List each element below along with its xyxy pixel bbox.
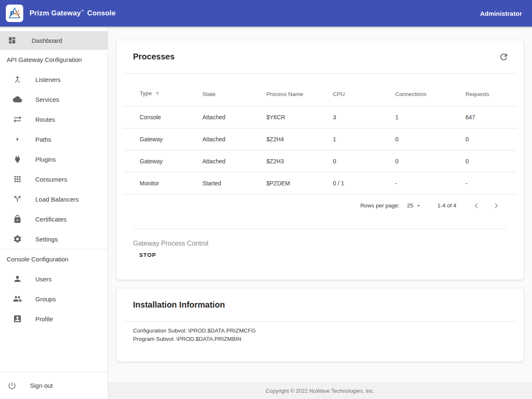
sidebar-item-label: Routes bbox=[35, 116, 55, 123]
table-row[interactable]: Monitor Started $PZDEM 0 / 1 - - bbox=[123, 172, 517, 195]
sidebar-item-routes[interactable]: Routes bbox=[0, 109, 108, 129]
plug-icon bbox=[12, 154, 22, 164]
program-subvol-line: Program Subvol: \PROD.$DATA.PRIZMBIN bbox=[133, 335, 507, 343]
column-header-process-name[interactable]: Process Name bbox=[266, 74, 333, 106]
copyright-footer: Copyright © 2022 NuWave Technologies, In… bbox=[108, 382, 532, 399]
sidebar-item-settings[interactable]: Settings bbox=[0, 229, 108, 249]
table-pagination: Rows per page: 25 1-4 of 4 bbox=[116, 195, 524, 217]
sidebar-nav: Dashboard API Gateway Configuration List… bbox=[0, 27, 108, 372]
arrow-right-icon bbox=[12, 134, 22, 144]
table-row[interactable]: Gateway Attached $Z2H3 0 0 0 bbox=[123, 150, 517, 172]
power-icon bbox=[7, 381, 17, 391]
sidebar-item-label: Settings bbox=[35, 236, 58, 243]
sidebar-item-label: Listeners bbox=[35, 76, 61, 83]
cell-state: Attached bbox=[202, 106, 266, 128]
sidebar-item-consumers[interactable]: Consumers bbox=[0, 169, 108, 189]
table-row[interactable]: Gateway Attached $Z2H4 1 0 0 bbox=[123, 128, 517, 150]
lock-icon bbox=[12, 214, 22, 224]
cell-requests: 0 bbox=[466, 150, 517, 172]
cell-type: Gateway bbox=[123, 150, 202, 172]
cell-process-name: $Z2H3 bbox=[266, 150, 333, 172]
column-header-requests[interactable]: Requests bbox=[466, 74, 517, 106]
sidebar-item-services[interactable]: Services bbox=[0, 89, 108, 109]
sidebar-item-load-balancers[interactable]: Load Balancers bbox=[0, 189, 108, 209]
configuration-subvol-line: Configuration Subvol: \PROD.$DATA.PRIZMC… bbox=[133, 327, 507, 335]
table-header-row: Type State Process Name CPU Connections … bbox=[123, 74, 517, 106]
next-page-button[interactable] bbox=[491, 201, 501, 211]
sidebar-item-label: Groups bbox=[35, 296, 56, 303]
trademark-symbol: ™ bbox=[81, 10, 84, 13]
rows-per-page-label: Rows per page: bbox=[360, 202, 400, 209]
sidebar-item-label: Services bbox=[35, 96, 59, 103]
cell-state: Attached bbox=[202, 128, 266, 150]
sidebar-item-certificates[interactable]: Certificates bbox=[0, 209, 108, 229]
swap-arrows-icon bbox=[12, 114, 22, 124]
cell-type: Console bbox=[123, 106, 202, 128]
processes-table: Type State Process Name CPU Connections … bbox=[123, 74, 517, 195]
table-row[interactable]: Console Attached $Y6CR 3 1 647 bbox=[123, 106, 517, 128]
cell-connections: 0 bbox=[395, 128, 466, 150]
person-icon bbox=[12, 274, 22, 284]
cell-type: Gateway bbox=[123, 128, 202, 150]
sidebar: Dashboard API Gateway Configuration List… bbox=[0, 27, 108, 399]
sidebar-item-label: Users bbox=[35, 276, 52, 283]
rows-per-page-select[interactable]: 25 bbox=[407, 202, 422, 209]
cell-requests: - bbox=[466, 172, 517, 195]
people-icon bbox=[12, 294, 22, 304]
sign-out-label: Sign out bbox=[30, 382, 53, 389]
cell-cpu: 0 / 1 bbox=[333, 172, 395, 195]
cell-requests: 647 bbox=[466, 106, 517, 128]
chevron-left-icon bbox=[471, 201, 481, 211]
main-content: Processes Type State Process Name C bbox=[108, 27, 532, 399]
cell-process-name: $Y6CR bbox=[266, 106, 333, 128]
sidebar-item-plugins[interactable]: Plugins bbox=[0, 149, 108, 169]
refresh-button[interactable] bbox=[496, 49, 511, 64]
cell-state: Attached bbox=[202, 150, 266, 172]
cell-cpu: 1 bbox=[333, 128, 395, 150]
column-header-cpu[interactable]: CPU bbox=[333, 74, 395, 106]
sidebar-item-users[interactable]: Users bbox=[0, 269, 108, 289]
cell-process-name: $PZDEM bbox=[266, 172, 333, 195]
user-label[interactable]: Administrator bbox=[480, 10, 522, 17]
gear-icon bbox=[12, 234, 22, 244]
sign-out-button[interactable]: Sign out bbox=[0, 372, 108, 399]
cell-connections: 1 bbox=[395, 106, 466, 128]
sort-ascending-icon bbox=[155, 91, 160, 98]
previous-page-button[interactable] bbox=[471, 201, 481, 211]
installation-card-title: Installation Information bbox=[133, 300, 225, 310]
svg-text:P: P bbox=[10, 10, 15, 17]
prism-logo-icon: P bbox=[7, 6, 22, 20]
cloud-icon bbox=[12, 94, 22, 104]
pagination-range: 1-4 of 4 bbox=[437, 202, 456, 209]
stop-button[interactable]: STOP bbox=[136, 251, 160, 259]
chevron-right-icon bbox=[491, 201, 501, 211]
account-box-icon bbox=[12, 314, 22, 324]
sidebar-item-label: Plugins bbox=[35, 156, 56, 163]
cell-connections: - bbox=[395, 172, 466, 195]
sidebar-item-profile[interactable]: Profile bbox=[0, 309, 108, 329]
cell-type: Monitor bbox=[123, 172, 202, 195]
copyright-text: Copyright © 2022 NuWave Technologies, In… bbox=[266, 388, 374, 394]
sidebar-item-label: Load Balancers bbox=[35, 196, 79, 203]
sidebar-item-listeners[interactable]: Listeners bbox=[0, 69, 108, 89]
cell-requests: 0 bbox=[466, 128, 517, 150]
sidebar-item-label: Dashboard bbox=[32, 37, 62, 44]
sidebar-item-label: Profile bbox=[35, 315, 53, 323]
cell-state: Started bbox=[202, 172, 266, 195]
chevron-down-icon bbox=[415, 202, 422, 209]
rows-per-page-value: 25 bbox=[407, 202, 413, 209]
sidebar-item-groups[interactable]: Groups bbox=[0, 289, 108, 309]
sidebar-item-dashboard[interactable]: Dashboard bbox=[0, 31, 108, 49]
processes-card: Processes Type State Process Name C bbox=[116, 40, 524, 280]
gateway-process-control: Gateway Process Control STOP bbox=[116, 229, 524, 280]
merge-type-icon bbox=[12, 74, 22, 84]
sidebar-item-label: Certificates bbox=[35, 216, 66, 223]
refresh-icon bbox=[499, 52, 509, 62]
call-split-icon bbox=[12, 194, 22, 204]
column-header-state[interactable]: State bbox=[202, 74, 266, 106]
sidebar-item-paths[interactable]: Paths bbox=[0, 129, 108, 149]
column-header-type[interactable]: Type bbox=[123, 74, 202, 106]
section-console-configuration: Console Configuration bbox=[0, 249, 108, 269]
column-header-connections[interactable]: Connections bbox=[395, 74, 466, 106]
dashboard-icon bbox=[7, 35, 17, 45]
